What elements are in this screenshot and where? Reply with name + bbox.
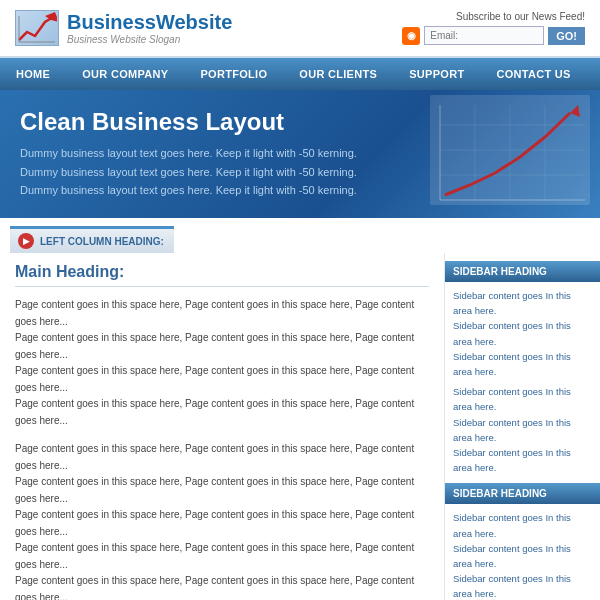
nav-item-contact[interactable]: CONTACT US — [480, 58, 586, 90]
sidebar-column: SIDEBAR HEADING Sidebar content goes In … — [445, 253, 600, 600]
left-col-heading-text: LEFT COLUMN HEADING: — [40, 236, 164, 247]
nav-item-home[interactable]: HOME — [0, 58, 66, 90]
sidebar-content-1: Sidebar content goes In this area here.S… — [445, 288, 600, 475]
logo-text: BusinessWebsite Business Website Slogan — [67, 11, 232, 45]
main-wrapper: ▶ LEFT COLUMN HEADING: Main Heading: Pag… — [0, 218, 600, 600]
logo-icon — [15, 10, 59, 46]
subscribe-area: Subscribe to our News Feed! ◉ GO! — [402, 11, 585, 45]
nav: HOME OUR COMPANY PORTFOLIO OUR CLIENTS S… — [0, 58, 600, 90]
content-block-1: Page content goes in this space here, Pa… — [15, 297, 429, 429]
content-area: Main Heading: Page content goes in this … — [0, 253, 600, 600]
arrow-icon: ▶ — [18, 233, 34, 249]
nav-item-company[interactable]: OUR COMPANY — [66, 58, 184, 90]
sidebar-section-1: SIDEBAR HEADING Sidebar content goes In … — [445, 261, 600, 475]
nav-item-support[interactable]: SUPPORT — [393, 58, 480, 90]
content-block-2: Page content goes in this space here, Pa… — [15, 441, 429, 600]
content-paragraph-1: Page content goes in this space here, Pa… — [15, 297, 429, 429]
main-column: Main Heading: Page content goes in this … — [0, 253, 445, 600]
logo-area: BusinessWebsite Business Website Slogan — [15, 10, 232, 46]
hero-heading: Clean Business Layout — [20, 108, 580, 136]
logo-slogan: Business Website Slogan — [67, 34, 232, 45]
email-input[interactable] — [424, 26, 544, 45]
main-heading: Main Heading: — [15, 263, 429, 287]
hero-banner: Clean Business Layout Dummy business lay… — [0, 90, 600, 218]
sidebar-text-2a: Sidebar content goes In this area here.S… — [453, 510, 592, 600]
header: BusinessWebsite Business Website Slogan … — [0, 0, 600, 58]
hero-line-2: Dummy business layout text goes here. Ke… — [20, 163, 580, 182]
sidebar-text-1b: Sidebar content goes In this area here.S… — [453, 384, 592, 475]
sidebar-text-1a: Sidebar content goes In this area here.S… — [453, 288, 592, 379]
sidebar-heading-1: SIDEBAR HEADING — [445, 261, 600, 282]
hero-line-1: Dummy business layout text goes here. Ke… — [20, 144, 580, 163]
left-col-heading: ▶ LEFT COLUMN HEADING: — [10, 226, 174, 253]
content-paragraph-2: Page content goes in this space here, Pa… — [15, 441, 429, 600]
sidebar-heading-2: SIDEBAR HEADING — [445, 483, 600, 504]
sidebar-section-2: SIDEBAR HEADING Sidebar content goes In … — [445, 483, 600, 600]
logo-title: BusinessWebsite — [67, 11, 232, 34]
subscribe-row: ◉ GO! — [402, 26, 585, 45]
sidebar-content-2: Sidebar content goes In this area here.S… — [445, 510, 600, 600]
nav-item-clients[interactable]: OUR CLIENTS — [283, 58, 393, 90]
subscribe-label: Subscribe to our News Feed! — [456, 11, 585, 22]
go-button[interactable]: GO! — [548, 27, 585, 45]
hero-text: Clean Business Layout Dummy business lay… — [20, 108, 580, 200]
hero-line-3: Dummy business layout text goes here. Ke… — [20, 181, 580, 200]
rss-icon: ◉ — [402, 27, 420, 45]
nav-item-portfolio[interactable]: PORTFOLIO — [184, 58, 283, 90]
